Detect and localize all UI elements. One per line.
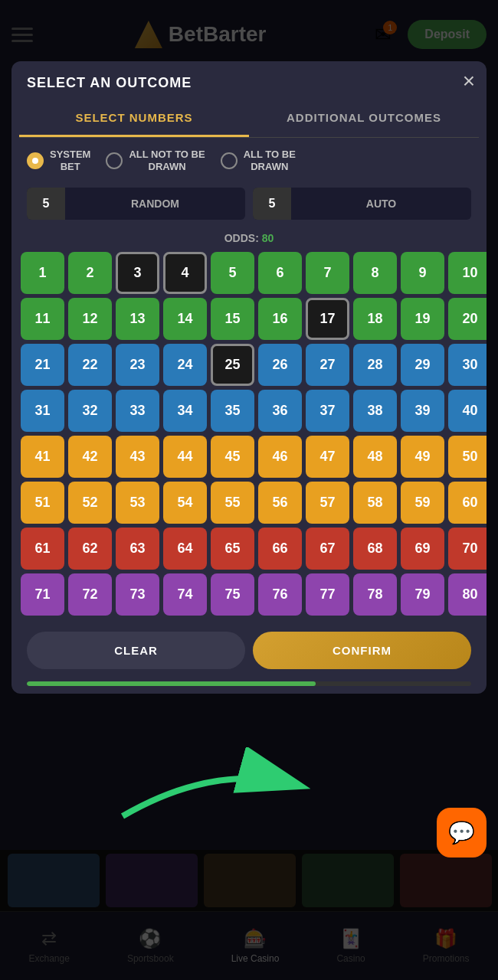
- number-cell-16[interactable]: 16: [258, 298, 302, 340]
- number-cell-66[interactable]: 66: [258, 528, 302, 570]
- chat-button[interactable]: 💬: [437, 808, 487, 858]
- radio-all-not-drawn[interactable]: [106, 152, 123, 169]
- grid-row-3: 21222324252627282930: [21, 344, 477, 386]
- number-cell-50[interactable]: 50: [448, 436, 487, 478]
- confirm-button[interactable]: CONFIRM: [253, 632, 471, 669]
- number-cell-68[interactable]: 68: [353, 528, 397, 570]
- number-cell-73[interactable]: 73: [116, 573, 159, 616]
- number-cell-60[interactable]: 60: [448, 482, 487, 524]
- number-cell-33[interactable]: 33: [116, 390, 159, 432]
- number-cell-20[interactable]: 20: [448, 298, 487, 340]
- number-cell-56[interactable]: 56: [258, 482, 302, 524]
- number-cell-54[interactable]: 54: [163, 482, 207, 524]
- number-cell-48[interactable]: 48: [353, 436, 397, 478]
- number-cell-12[interactable]: 12: [68, 298, 112, 340]
- number-cell-65[interactable]: 65: [211, 528, 254, 570]
- option-system-bet-label: SYSTEMBET: [50, 149, 90, 172]
- number-cell-32[interactable]: 32: [68, 390, 112, 432]
- number-cell-31[interactable]: 31: [21, 390, 64, 432]
- number-cell-6[interactable]: 6: [258, 252, 302, 294]
- tab-additional-outcomes[interactable]: ADDITIONAL OUTCOMES: [249, 100, 479, 137]
- number-cell-67[interactable]: 67: [306, 528, 349, 570]
- number-cell-44[interactable]: 44: [163, 436, 207, 478]
- number-cell-77[interactable]: 77: [306, 573, 349, 616]
- number-cell-28[interactable]: 28: [353, 344, 397, 386]
- number-cell-14[interactable]: 14: [163, 298, 207, 340]
- number-cell-21[interactable]: 21: [21, 344, 64, 386]
- number-cell-51[interactable]: 51: [21, 482, 64, 524]
- number-cell-80[interactable]: 80: [448, 573, 487, 616]
- option-all-drawn[interactable]: ALL TO BEDRAWN: [221, 149, 296, 172]
- number-cell-49[interactable]: 49: [401, 436, 444, 478]
- number-cell-13[interactable]: 13: [116, 298, 159, 340]
- number-cell-78[interactable]: 78: [353, 573, 397, 616]
- number-cell-10[interactable]: 10: [448, 252, 487, 294]
- number-cell-79[interactable]: 79: [401, 573, 444, 616]
- grid-row-6: 51525354555657585960: [21, 482, 477, 524]
- odds-display: ODDS: 80: [11, 227, 487, 252]
- number-cell-36[interactable]: 36: [258, 390, 302, 432]
- number-cell-38[interactable]: 38: [353, 390, 397, 432]
- radio-all-drawn[interactable]: [221, 152, 238, 169]
- bet-options-row: SYSTEMBET ALL NOT TO BEDRAWN ALL TO BEDR…: [11, 138, 487, 183]
- close-button[interactable]: ×: [463, 69, 475, 93]
- number-cell-53[interactable]: 53: [116, 482, 159, 524]
- option-system-bet[interactable]: SYSTEMBET: [27, 149, 90, 172]
- number-cell-23[interactable]: 23: [116, 344, 159, 386]
- number-cell-30[interactable]: 30: [448, 344, 487, 386]
- number-cell-37[interactable]: 37: [306, 390, 349, 432]
- number-cell-19[interactable]: 19: [401, 298, 444, 340]
- number-cell-11[interactable]: 11: [21, 298, 64, 340]
- number-cell-42[interactable]: 42: [68, 436, 112, 478]
- number-cell-70[interactable]: 70: [448, 528, 487, 570]
- number-cell-58[interactable]: 58: [353, 482, 397, 524]
- number-cell-35[interactable]: 35: [211, 390, 254, 432]
- number-cell-71[interactable]: 71: [21, 573, 64, 616]
- odds-value: 80: [262, 232, 274, 244]
- number-cell-72[interactable]: 72: [68, 573, 112, 616]
- number-cell-46[interactable]: 46: [258, 436, 302, 478]
- number-cell-63[interactable]: 63: [116, 528, 159, 570]
- number-cell-3[interactable]: 3: [116, 252, 159, 294]
- number-cell-26[interactable]: 26: [258, 344, 302, 386]
- number-cell-9[interactable]: 9: [401, 252, 444, 294]
- number-cell-5[interactable]: 5: [211, 252, 254, 294]
- number-cell-8[interactable]: 8: [353, 252, 397, 294]
- number-cell-7[interactable]: 7: [306, 252, 349, 294]
- number-cell-62[interactable]: 62: [68, 528, 112, 570]
- number-cell-27[interactable]: 27: [306, 344, 349, 386]
- number-cell-47[interactable]: 47: [306, 436, 349, 478]
- modal-overlay: × SELECT AN OUTCOME SELECT NUMBERS ADDIT…: [0, 0, 498, 980]
- number-cell-1[interactable]: 1: [21, 252, 64, 294]
- radio-system-bet[interactable]: [27, 152, 44, 169]
- option-all-not-drawn[interactable]: ALL NOT TO BEDRAWN: [106, 149, 205, 172]
- number-cell-24[interactable]: 24: [163, 344, 207, 386]
- number-cell-43[interactable]: 43: [116, 436, 159, 478]
- number-cell-29[interactable]: 29: [401, 344, 444, 386]
- number-cell-45[interactable]: 45: [211, 436, 254, 478]
- number-cell-22[interactable]: 22: [68, 344, 112, 386]
- number-cell-76[interactable]: 76: [258, 573, 302, 616]
- number-cell-74[interactable]: 74: [163, 573, 207, 616]
- number-cell-18[interactable]: 18: [353, 298, 397, 340]
- number-cell-57[interactable]: 57: [306, 482, 349, 524]
- number-cell-69[interactable]: 69: [401, 528, 444, 570]
- number-cell-52[interactable]: 52: [68, 482, 112, 524]
- number-cell-17[interactable]: 17: [306, 298, 349, 340]
- tab-select-numbers[interactable]: SELECT NUMBERS: [19, 100, 249, 137]
- number-cell-55[interactable]: 55: [211, 482, 254, 524]
- number-cell-61[interactable]: 61: [21, 528, 64, 570]
- number-cell-4[interactable]: 4: [163, 252, 207, 294]
- number-cell-40[interactable]: 40: [448, 390, 487, 432]
- number-cell-25[interactable]: 25: [211, 344, 254, 386]
- number-cell-34[interactable]: 34: [163, 390, 207, 432]
- control-group-random: 5 RANDOM: [27, 188, 245, 220]
- number-cell-2[interactable]: 2: [68, 252, 112, 294]
- number-cell-64[interactable]: 64: [163, 528, 207, 570]
- clear-button[interactable]: CLEAR: [27, 632, 245, 669]
- number-cell-39[interactable]: 39: [401, 390, 444, 432]
- number-cell-59[interactable]: 59: [401, 482, 444, 524]
- number-cell-41[interactable]: 41: [21, 436, 64, 478]
- number-cell-15[interactable]: 15: [211, 298, 254, 340]
- number-cell-75[interactable]: 75: [211, 573, 254, 616]
